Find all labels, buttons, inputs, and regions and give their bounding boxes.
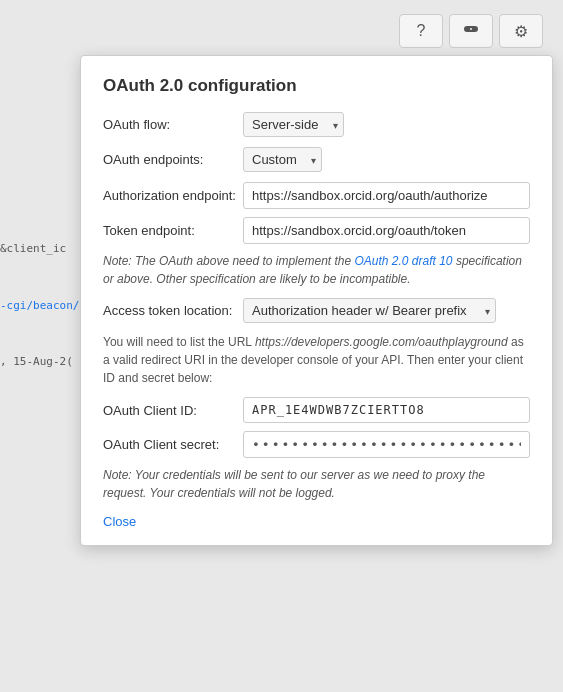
oauth-draft-link[interactable]: OAuth 2.0 draft 10 (354, 254, 452, 268)
code-line-1: &client_ic (0, 240, 90, 259)
access-token-row: Access token location: Authorization hea… (103, 298, 530, 323)
access-token-select-wrapper: Authorization header w/ Bearer prefix Fo… (243, 298, 496, 323)
background-code: &client_ic -cgi/beacon/ , 15-Aug-2( (0, 130, 90, 372)
redirect-note: You will need to list the URL https://de… (103, 333, 530, 387)
oauth-modal: OAuth 2.0 configuration OAuth flow: Serv… (80, 55, 553, 546)
client-secret-label: OAuth Client secret: (103, 437, 243, 452)
settings-icon: ⚙ (514, 22, 528, 41)
oauth-flow-select[interactable]: Server-side Client-side Implicit (243, 112, 344, 137)
toolbar: ? ⚙ (0, 0, 563, 58)
access-token-label: Access token location: (103, 303, 243, 318)
link-button[interactable] (449, 14, 493, 48)
client-id-row: OAuth Client ID: (103, 397, 530, 423)
redirect-note-text-1: You will need to list the URL (103, 335, 255, 349)
auth-endpoint-input[interactable] (243, 182, 530, 209)
help-icon: ? (417, 22, 426, 40)
auth-endpoint-label: Authorization endpoint: (103, 188, 243, 203)
close-button[interactable]: Close (103, 514, 136, 529)
auth-endpoint-row: Authorization endpoint: (103, 182, 530, 209)
credential-note: Note: Your credentials will be sent to o… (103, 466, 530, 502)
code-line-2: -cgi/beacon/ (0, 297, 90, 316)
link-icon (462, 22, 480, 40)
note-prefix: Note: The OAuth above need to implement … (103, 254, 354, 268)
token-endpoint-label: Token endpoint: (103, 223, 243, 238)
client-id-input[interactable] (243, 397, 530, 423)
help-button[interactable]: ? (399, 14, 443, 48)
access-token-select[interactable]: Authorization header w/ Bearer prefix Fo… (243, 298, 496, 323)
oauth-endpoints-select[interactable]: Google Custom (243, 147, 322, 172)
oauth-flow-row: OAuth flow: Server-side Client-side Impl… (103, 112, 530, 137)
client-id-label: OAuth Client ID: (103, 403, 243, 418)
oauth-note: Note: The OAuth above need to implement … (103, 252, 530, 288)
oauth-flow-select-wrapper: Server-side Client-side Implicit ▾ (243, 112, 344, 137)
settings-button[interactable]: ⚙ (499, 14, 543, 48)
client-secret-row: OAuth Client secret: (103, 431, 530, 458)
oauth-flow-label: OAuth flow: (103, 117, 243, 132)
oauth-endpoints-row: OAuth endpoints: Google Custom ▾ (103, 147, 530, 172)
oauth-endpoints-label: OAuth endpoints: (103, 152, 243, 167)
token-endpoint-input[interactable] (243, 217, 530, 244)
modal-title: OAuth 2.0 configuration (103, 76, 530, 96)
client-secret-input[interactable] (243, 431, 530, 458)
code-line-3: , 15-Aug-2( (0, 353, 90, 372)
redirect-url: https://developers.google.com/oauthplayg… (255, 335, 508, 349)
oauth-endpoints-select-wrapper: Google Custom ▾ (243, 147, 322, 172)
token-endpoint-row: Token endpoint: (103, 217, 530, 244)
